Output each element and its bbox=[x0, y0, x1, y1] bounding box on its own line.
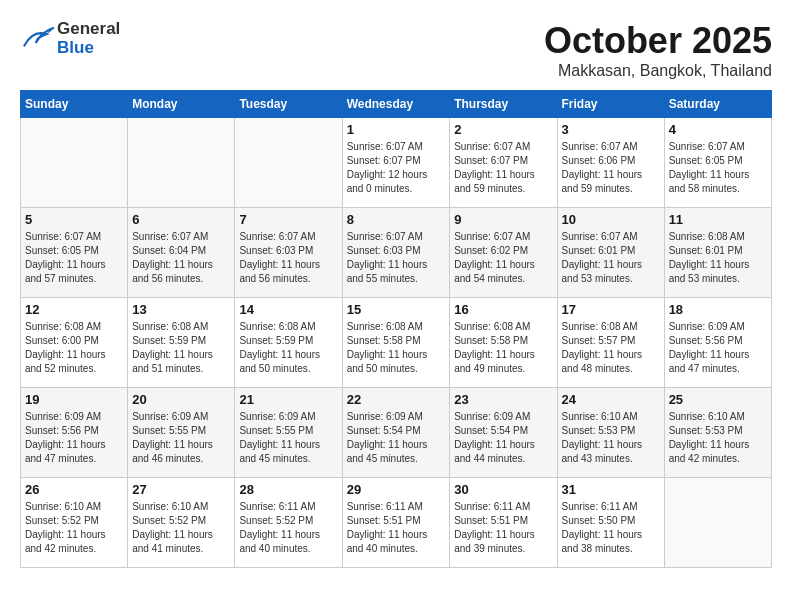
calendar-week-row: 1Sunrise: 6:07 AM Sunset: 6:07 PM Daylig… bbox=[21, 118, 772, 208]
calendar-header-monday: Monday bbox=[128, 91, 235, 118]
day-info: Sunrise: 6:09 AM Sunset: 5:54 PM Dayligh… bbox=[347, 410, 446, 466]
calendar-cell: 26Sunrise: 6:10 AM Sunset: 5:52 PM Dayli… bbox=[21, 478, 128, 568]
calendar-week-row: 26Sunrise: 6:10 AM Sunset: 5:52 PM Dayli… bbox=[21, 478, 772, 568]
calendar-cell: 3Sunrise: 6:07 AM Sunset: 6:06 PM Daylig… bbox=[557, 118, 664, 208]
day-number: 12 bbox=[25, 302, 123, 317]
day-number: 7 bbox=[239, 212, 337, 227]
calendar-header-row: SundayMondayTuesdayWednesdayThursdayFrid… bbox=[21, 91, 772, 118]
calendar-cell: 29Sunrise: 6:11 AM Sunset: 5:51 PM Dayli… bbox=[342, 478, 450, 568]
day-number: 16 bbox=[454, 302, 552, 317]
day-info: Sunrise: 6:07 AM Sunset: 6:06 PM Dayligh… bbox=[562, 140, 660, 196]
day-info: Sunrise: 6:08 AM Sunset: 6:00 PM Dayligh… bbox=[25, 320, 123, 376]
logo-text: General Blue bbox=[57, 20, 120, 57]
day-info: Sunrise: 6:09 AM Sunset: 5:54 PM Dayligh… bbox=[454, 410, 552, 466]
day-number: 4 bbox=[669, 122, 767, 137]
calendar-cell: 30Sunrise: 6:11 AM Sunset: 5:51 PM Dayli… bbox=[450, 478, 557, 568]
day-number: 29 bbox=[347, 482, 446, 497]
location-title: Makkasan, Bangkok, Thailand bbox=[544, 62, 772, 80]
day-info: Sunrise: 6:11 AM Sunset: 5:51 PM Dayligh… bbox=[347, 500, 446, 556]
day-info: Sunrise: 6:07 AM Sunset: 6:01 PM Dayligh… bbox=[562, 230, 660, 286]
calendar-week-row: 5Sunrise: 6:07 AM Sunset: 6:05 PM Daylig… bbox=[21, 208, 772, 298]
day-number: 1 bbox=[347, 122, 446, 137]
day-info: Sunrise: 6:11 AM Sunset: 5:51 PM Dayligh… bbox=[454, 500, 552, 556]
title-section: October 2025 Makkasan, Bangkok, Thailand bbox=[544, 20, 772, 80]
calendar-cell: 20Sunrise: 6:09 AM Sunset: 5:55 PM Dayli… bbox=[128, 388, 235, 478]
calendar-cell: 10Sunrise: 6:07 AM Sunset: 6:01 PM Dayli… bbox=[557, 208, 664, 298]
calendar-cell: 7Sunrise: 6:07 AM Sunset: 6:03 PM Daylig… bbox=[235, 208, 342, 298]
calendar-cell: 5Sunrise: 6:07 AM Sunset: 6:05 PM Daylig… bbox=[21, 208, 128, 298]
calendar-cell: 28Sunrise: 6:11 AM Sunset: 5:52 PM Dayli… bbox=[235, 478, 342, 568]
day-info: Sunrise: 6:08 AM Sunset: 5:59 PM Dayligh… bbox=[239, 320, 337, 376]
day-number: 11 bbox=[669, 212, 767, 227]
day-info: Sunrise: 6:07 AM Sunset: 6:05 PM Dayligh… bbox=[669, 140, 767, 196]
calendar-cell: 12Sunrise: 6:08 AM Sunset: 6:00 PM Dayli… bbox=[21, 298, 128, 388]
day-info: Sunrise: 6:08 AM Sunset: 5:57 PM Dayligh… bbox=[562, 320, 660, 376]
calendar-cell: 18Sunrise: 6:09 AM Sunset: 5:56 PM Dayli… bbox=[664, 298, 771, 388]
day-info: Sunrise: 6:07 AM Sunset: 6:02 PM Dayligh… bbox=[454, 230, 552, 286]
calendar-header-saturday: Saturday bbox=[664, 91, 771, 118]
day-number: 18 bbox=[669, 302, 767, 317]
day-number: 19 bbox=[25, 392, 123, 407]
calendar-cell bbox=[128, 118, 235, 208]
day-info: Sunrise: 6:09 AM Sunset: 5:55 PM Dayligh… bbox=[132, 410, 230, 466]
calendar-cell bbox=[664, 478, 771, 568]
logo-bird-icon bbox=[20, 21, 55, 56]
day-info: Sunrise: 6:11 AM Sunset: 5:50 PM Dayligh… bbox=[562, 500, 660, 556]
calendar-cell: 22Sunrise: 6:09 AM Sunset: 5:54 PM Dayli… bbox=[342, 388, 450, 478]
day-number: 26 bbox=[25, 482, 123, 497]
calendar-week-row: 19Sunrise: 6:09 AM Sunset: 5:56 PM Dayli… bbox=[21, 388, 772, 478]
calendar-cell: 27Sunrise: 6:10 AM Sunset: 5:52 PM Dayli… bbox=[128, 478, 235, 568]
calendar-cell: 1Sunrise: 6:07 AM Sunset: 6:07 PM Daylig… bbox=[342, 118, 450, 208]
day-info: Sunrise: 6:08 AM Sunset: 5:58 PM Dayligh… bbox=[347, 320, 446, 376]
day-number: 31 bbox=[562, 482, 660, 497]
day-info: Sunrise: 6:07 AM Sunset: 6:03 PM Dayligh… bbox=[239, 230, 337, 286]
day-info: Sunrise: 6:07 AM Sunset: 6:07 PM Dayligh… bbox=[347, 140, 446, 196]
logo-blue: Blue bbox=[57, 39, 120, 58]
day-info: Sunrise: 6:09 AM Sunset: 5:55 PM Dayligh… bbox=[239, 410, 337, 466]
day-number: 21 bbox=[239, 392, 337, 407]
calendar-cell: 8Sunrise: 6:07 AM Sunset: 6:03 PM Daylig… bbox=[342, 208, 450, 298]
calendar-cell: 16Sunrise: 6:08 AM Sunset: 5:58 PM Dayli… bbox=[450, 298, 557, 388]
day-number: 15 bbox=[347, 302, 446, 317]
calendar-cell: 13Sunrise: 6:08 AM Sunset: 5:59 PM Dayli… bbox=[128, 298, 235, 388]
month-title: October 2025 bbox=[544, 20, 772, 62]
calendar-cell: 6Sunrise: 6:07 AM Sunset: 6:04 PM Daylig… bbox=[128, 208, 235, 298]
day-number: 13 bbox=[132, 302, 230, 317]
day-info: Sunrise: 6:08 AM Sunset: 5:58 PM Dayligh… bbox=[454, 320, 552, 376]
calendar-cell: 24Sunrise: 6:10 AM Sunset: 5:53 PM Dayli… bbox=[557, 388, 664, 478]
calendar-table: SundayMondayTuesdayWednesdayThursdayFrid… bbox=[20, 90, 772, 568]
day-number: 2 bbox=[454, 122, 552, 137]
day-info: Sunrise: 6:10 AM Sunset: 5:52 PM Dayligh… bbox=[132, 500, 230, 556]
day-info: Sunrise: 6:10 AM Sunset: 5:52 PM Dayligh… bbox=[25, 500, 123, 556]
day-number: 28 bbox=[239, 482, 337, 497]
day-info: Sunrise: 6:10 AM Sunset: 5:53 PM Dayligh… bbox=[562, 410, 660, 466]
logo: General Blue bbox=[20, 20, 120, 57]
calendar-cell: 15Sunrise: 6:08 AM Sunset: 5:58 PM Dayli… bbox=[342, 298, 450, 388]
day-number: 23 bbox=[454, 392, 552, 407]
calendar-cell: 9Sunrise: 6:07 AM Sunset: 6:02 PM Daylig… bbox=[450, 208, 557, 298]
calendar-cell: 23Sunrise: 6:09 AM Sunset: 5:54 PM Dayli… bbox=[450, 388, 557, 478]
calendar-header-tuesday: Tuesday bbox=[235, 91, 342, 118]
day-info: Sunrise: 6:08 AM Sunset: 6:01 PM Dayligh… bbox=[669, 230, 767, 286]
day-number: 10 bbox=[562, 212, 660, 227]
day-number: 30 bbox=[454, 482, 552, 497]
calendar-cell bbox=[21, 118, 128, 208]
calendar-header-wednesday: Wednesday bbox=[342, 91, 450, 118]
calendar-cell: 4Sunrise: 6:07 AM Sunset: 6:05 PM Daylig… bbox=[664, 118, 771, 208]
day-number: 6 bbox=[132, 212, 230, 227]
calendar-cell: 11Sunrise: 6:08 AM Sunset: 6:01 PM Dayli… bbox=[664, 208, 771, 298]
day-number: 22 bbox=[347, 392, 446, 407]
day-number: 3 bbox=[562, 122, 660, 137]
calendar-cell: 17Sunrise: 6:08 AM Sunset: 5:57 PM Dayli… bbox=[557, 298, 664, 388]
day-number: 27 bbox=[132, 482, 230, 497]
calendar-header-thursday: Thursday bbox=[450, 91, 557, 118]
calendar-cell: 21Sunrise: 6:09 AM Sunset: 5:55 PM Dayli… bbox=[235, 388, 342, 478]
day-info: Sunrise: 6:09 AM Sunset: 5:56 PM Dayligh… bbox=[669, 320, 767, 376]
day-info: Sunrise: 6:09 AM Sunset: 5:56 PM Dayligh… bbox=[25, 410, 123, 466]
calendar-week-row: 12Sunrise: 6:08 AM Sunset: 6:00 PM Dayli… bbox=[21, 298, 772, 388]
day-info: Sunrise: 6:08 AM Sunset: 5:59 PM Dayligh… bbox=[132, 320, 230, 376]
day-number: 5 bbox=[25, 212, 123, 227]
day-number: 14 bbox=[239, 302, 337, 317]
day-info: Sunrise: 6:07 AM Sunset: 6:03 PM Dayligh… bbox=[347, 230, 446, 286]
day-info: Sunrise: 6:07 AM Sunset: 6:07 PM Dayligh… bbox=[454, 140, 552, 196]
